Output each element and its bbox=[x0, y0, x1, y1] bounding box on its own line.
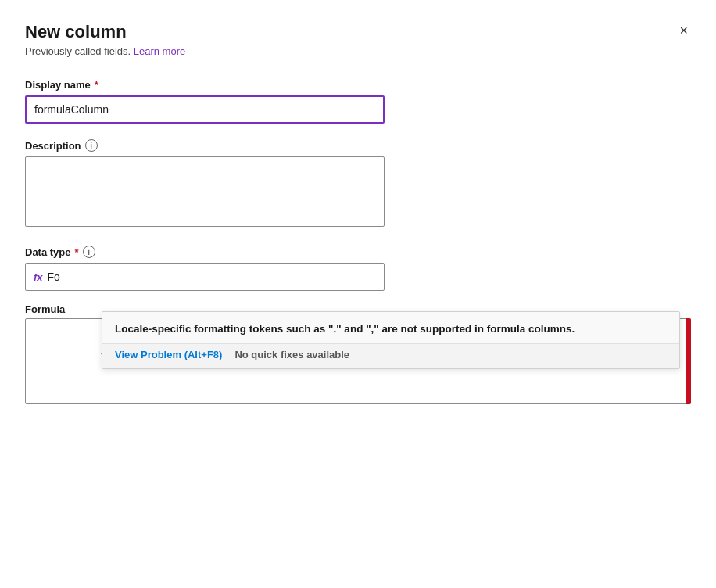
fx-icon: fx bbox=[34, 271, 43, 283]
description-field-group: Description i bbox=[25, 139, 691, 230]
description-label: Description i bbox=[25, 139, 691, 152]
data-type-value: Fo bbox=[48, 271, 60, 283]
new-column-dialog: New column × Previously called fields. L… bbox=[0, 0, 716, 588]
close-button[interactable]: × bbox=[676, 20, 691, 41]
description-input[interactable] bbox=[25, 156, 385, 227]
tooltip-actions: View Problem (Alt+F8) No quick fixes ava… bbox=[102, 343, 679, 368]
data-type-field-group: Data type * i fx Fo bbox=[25, 246, 691, 291]
display-name-field-group: Display name * bbox=[25, 79, 691, 124]
data-type-label: Data type * i bbox=[25, 246, 691, 258]
tooltip-popup: Locale-specific formatting tokens such a… bbox=[102, 311, 680, 369]
formula-section: Formula Locale-specific formatting token… bbox=[25, 303, 691, 404]
dialog-subtitle: Previously called fields. Learn more bbox=[25, 45, 691, 57]
dialog-header: New column × bbox=[25, 22, 691, 42]
no-fixes-text: No quick fixes available bbox=[234, 349, 349, 360]
display-name-input[interactable] bbox=[25, 95, 385, 124]
formula-label: Formula Locale-specific formatting token… bbox=[25, 303, 691, 315]
required-indicator: * bbox=[95, 79, 98, 91]
dialog-title: New column bbox=[25, 22, 127, 42]
description-info-icon: i bbox=[85, 139, 98, 152]
view-problem-link[interactable]: View Problem (Alt+F8) bbox=[115, 349, 222, 360]
data-type-required: * bbox=[75, 246, 79, 258]
display-name-label: Display name * bbox=[25, 79, 691, 91]
data-type-dropdown[interactable]: fx Fo bbox=[25, 263, 385, 291]
tooltip-message: Locale-specific formatting tokens such a… bbox=[102, 312, 679, 343]
data-type-info-icon: i bbox=[83, 246, 95, 258]
learn-more-link[interactable]: Learn more bbox=[134, 45, 185, 57]
error-indicator-bar bbox=[686, 318, 691, 404]
